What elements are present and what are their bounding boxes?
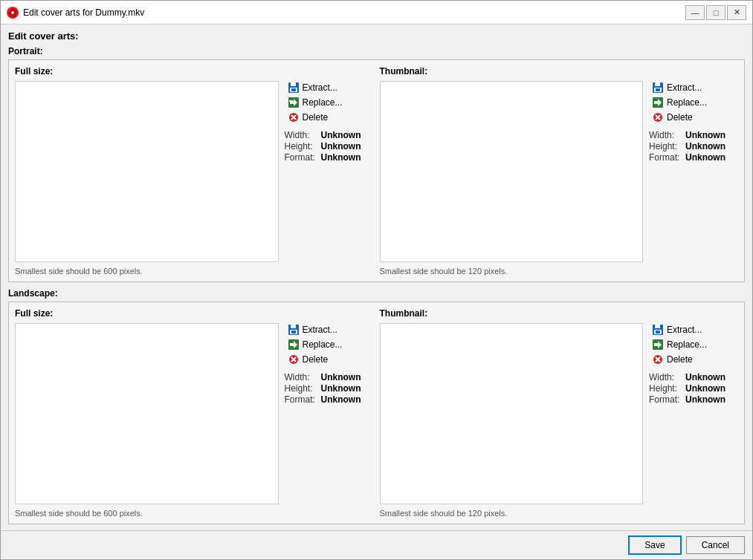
svg-rect-3	[291, 82, 296, 86]
svg-point-1	[11, 11, 14, 14]
landscape-thumbnail-controls: Extract... Replace...	[649, 323, 738, 504]
landscape-thumbnail-panel: Thumbnail:	[380, 308, 739, 518]
portrait-thumbnail-height-value: Unknown	[685, 141, 725, 152]
portrait-fullsize-replace-button[interactable]: Replace...	[285, 96, 374, 109]
portrait-fullsize-delete-button[interactable]: Delete	[285, 111, 374, 124]
landscape-panels: Full size:	[15, 308, 738, 518]
portrait-thumbnail-label: Thumbnail:	[380, 66, 739, 76]
svg-rect-5	[291, 88, 296, 91]
landscape-fullsize-format-label: Format:	[285, 394, 318, 405]
portrait-thumbnail-width-value: Unknown	[685, 130, 725, 140]
landscape-thumbnail-height-value: Unknown	[685, 383, 725, 394]
replace-icon-2	[652, 97, 664, 108]
landscape-thumbnail-art: Extract... Replace...	[380, 323, 739, 504]
save-button[interactable]: Save	[628, 535, 681, 555]
title-bar: Edit cover arts for Dummy.mkv — □ ✕	[1, 1, 752, 25]
landscape-fullsize-controls: Extract... Replace...	[285, 323, 374, 504]
portrait-thumbnail-extract-button[interactable]: Extract...	[649, 81, 738, 94]
landscape-fullsize-delete-button[interactable]: Delete	[285, 353, 374, 366]
portrait-fullsize-height-value: Unknown	[321, 141, 361, 152]
svg-rect-24	[291, 331, 296, 333]
delete-icon	[288, 111, 300, 123]
delete-icon-3	[288, 354, 300, 365]
portrait-fullsize-controls: Extract... Replace...	[285, 81, 374, 262]
app-icon	[7, 7, 19, 19]
window-title: Edit cover arts for Dummy.mkv	[23, 7, 144, 18]
landscape-fullsize-meta: Width: Unknown Height: Unknown Format:	[285, 372, 374, 406]
replace-icon-3	[288, 339, 300, 351]
landscape-fullsize-art: Extract... Replace...	[15, 323, 374, 504]
portrait-thumbnail-panel: Thumbnail:	[380, 66, 739, 276]
landscape-fullsize-replace-button[interactable]: Replace...	[285, 338, 374, 351]
portrait-thumbnail-width-label: Width:	[649, 130, 682, 140]
portrait-thumbnail-hint: Smallest side should be 120 pixels.	[380, 262, 739, 276]
save-icon-4	[652, 324, 664, 336]
landscape-fullsize-format-value: Unknown	[321, 394, 361, 405]
portrait-fullsize-panel: Full size:	[15, 66, 374, 276]
portrait-fullsize-label: Full size:	[15, 66, 374, 76]
landscape-fullsize-height-value: Unknown	[321, 383, 361, 394]
landscape-fullsize-image	[15, 323, 279, 504]
svg-rect-13	[655, 82, 660, 86]
portrait-label: Portrait:	[8, 46, 745, 56]
minimize-button[interactable]: —	[685, 5, 705, 20]
landscape-fullsize-extract-button[interactable]: Extract...	[285, 323, 374, 336]
portrait-thumbnail-height-label: Height:	[649, 141, 682, 152]
landscape-fullsize-width-label: Width:	[285, 372, 318, 382]
svg-rect-22	[291, 325, 296, 328]
landscape-fullsize-hint: Smallest side should be 600 pixels.	[15, 504, 374, 518]
portrait-fullsize-art: Extract... Replace...	[15, 81, 374, 262]
landscape-thumbnail-width-value: Unknown	[685, 372, 725, 382]
portrait-fullsize-height-label: Height:	[285, 141, 318, 152]
portrait-panels: Full size:	[15, 66, 738, 276]
delete-icon-2	[652, 111, 664, 123]
landscape-section: Landscape: Full size:	[8, 288, 745, 524]
landscape-thumbnail-hint: Smallest side should be 120 pixels.	[380, 504, 739, 518]
landscape-thumbnail-format-value: Unknown	[685, 394, 725, 405]
landscape-fullsize-label: Full size:	[15, 308, 374, 319]
landscape-thumbnail-extract-button[interactable]: Extract...	[649, 323, 738, 336]
portrait-fullsize-width-label: Width:	[285, 130, 318, 140]
portrait-fullsize-image	[15, 81, 279, 262]
svg-rect-15	[656, 88, 660, 91]
landscape-thumbnail-height-label: Height:	[649, 383, 682, 394]
portrait-thumbnail-delete-button[interactable]: Delete	[649, 111, 738, 124]
landscape-thumbnail-replace-button[interactable]: Replace...	[649, 338, 738, 351]
delete-icon-4	[652, 354, 664, 365]
save-icon	[288, 82, 300, 94]
window-content: Edit cover arts: Portrait: Full size:	[1, 25, 752, 530]
landscape-label: Landscape:	[8, 288, 745, 299]
main-window: Edit cover arts for Dummy.mkv — □ ✕ Edit…	[0, 0, 753, 560]
landscape-thumbnail-image	[380, 323, 644, 504]
landscape-thumbnail-meta: Width: Unknown Height: Unknown Format:	[649, 372, 738, 406]
svg-rect-8	[289, 100, 293, 102]
cancel-button[interactable]: Cancel	[686, 536, 745, 554]
portrait-thumbnail-replace-button[interactable]: Replace...	[649, 96, 738, 109]
save-icon-3	[288, 324, 300, 336]
portrait-thumbnail-image	[380, 81, 644, 262]
bottom-bar: Save Cancel	[1, 530, 752, 559]
landscape-thumbnail-format-label: Format:	[649, 394, 682, 405]
portrait-fullsize-hint: Smallest side should be 600 pixels.	[15, 262, 374, 276]
landscape-thumbnail-width-label: Width:	[649, 372, 682, 382]
landscape-fullsize-height-label: Height:	[285, 383, 318, 394]
edit-cover-arts-label: Edit cover arts:	[8, 30, 745, 42]
title-bar-left: Edit cover arts for Dummy.mkv	[7, 7, 144, 19]
portrait-box: Full size:	[8, 59, 745, 282]
portrait-thumbnail-art: Extract... Replace...	[380, 81, 739, 262]
landscape-thumbnail-delete-button[interactable]: Delete	[649, 353, 738, 366]
maximize-button[interactable]: □	[706, 5, 725, 20]
portrait-fullsize-format-label: Format:	[285, 152, 318, 163]
replace-icon-4	[652, 339, 664, 351]
window-controls: — □ ✕	[685, 5, 746, 20]
svg-rect-31	[655, 325, 660, 328]
portrait-fullsize-width-value: Unknown	[321, 130, 361, 140]
portrait-fullsize-format-value: Unknown	[321, 152, 361, 163]
svg-rect-33	[656, 331, 660, 333]
portrait-thumbnail-meta: Width: Unknown Height: Unknown Format:	[649, 130, 738, 163]
portrait-fullsize-meta: Width: Unknown Height: Unknown Format:	[285, 130, 374, 163]
portrait-thumbnail-controls: Extract... Replace...	[649, 81, 738, 262]
landscape-thumbnail-label: Thumbnail:	[380, 308, 739, 319]
close-button[interactable]: ✕	[727, 5, 746, 20]
portrait-fullsize-extract-button[interactable]: Extract...	[285, 81, 374, 94]
